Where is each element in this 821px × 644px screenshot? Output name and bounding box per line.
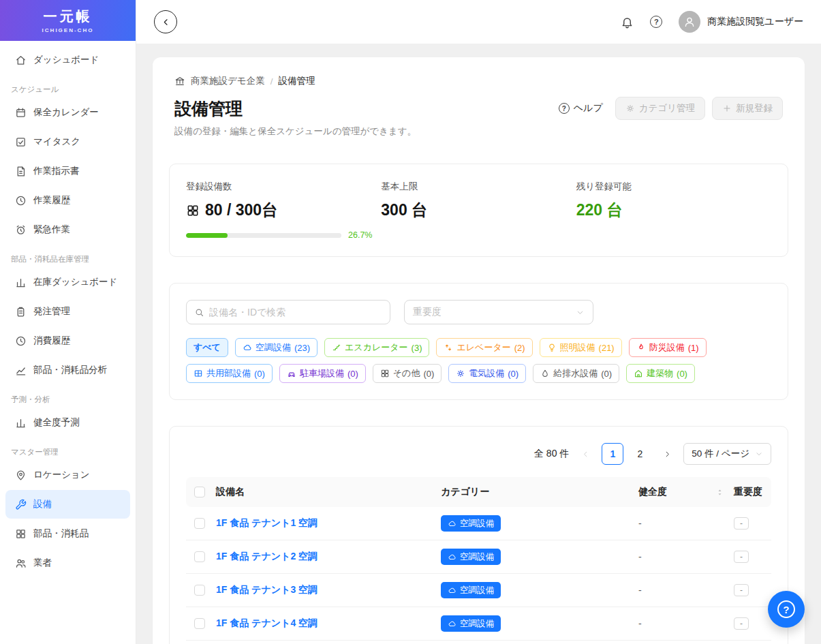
sidebar-group-inventory: 部品・消耗品在庫管理 [0, 245, 136, 267]
category-manage-button[interactable]: カテゴリ管理 [615, 97, 705, 120]
help-label: ヘルプ [574, 102, 603, 114]
page-button-1[interactable]: 1 [602, 443, 623, 465]
stat-limit-label: 基本上限 [381, 181, 576, 193]
page-size-select[interactable]: 50 件 / ページ [683, 443, 771, 465]
row-checkbox[interactable] [194, 518, 205, 529]
sidebar-item-label: 設備 [33, 498, 52, 510]
user-menu[interactable]: 商業施設閲覧ユーザー [679, 11, 803, 33]
row-checkbox[interactable] [194, 585, 205, 596]
category-label: 空調設備 [460, 585, 494, 596]
filter-chip-plumbing[interactable]: 給排水設備 (0) [533, 364, 619, 383]
help-fab[interactable] [768, 591, 805, 628]
sidebar-item-vendors[interactable]: 業者 [5, 549, 130, 577]
sidebar-item-label: 作業指示書 [33, 165, 80, 177]
chevron-left-icon [161, 17, 171, 27]
sidebar: 一元帳 ICHIGEN-CHO ダッシュボード スケジュール 保全カレンダー マ… [0, 0, 136, 644]
calendar-icon [15, 107, 27, 119]
chevron-down-icon [576, 308, 585, 317]
sidebar-item-consumption-history[interactable]: 消費履歴 [5, 326, 130, 355]
chip-count: (1) [688, 343, 699, 353]
vendors-icon [15, 557, 27, 569]
equipment-link[interactable]: 1F 食品 テナント3 空調 [216, 584, 441, 596]
filter-chip-electric[interactable]: 電気設備 (0) [448, 364, 526, 383]
filter-chip-building[interactable]: 建築物 (0) [626, 364, 695, 383]
topbar-right: 商業施設閲覧ユーザー [621, 11, 803, 33]
sidebar-item-parts-analysis[interactable]: 部品・消耗品分析 [5, 356, 130, 384]
sidebar-item-equipment[interactable]: 設備 [5, 490, 130, 519]
sidebar-group-prediction: 予測・分析 [0, 385, 136, 408]
sidebar-item-label: 部品・消耗品 [33, 527, 89, 540]
filter-chip-fire-prevention[interactable]: 防災設備 (1) [629, 338, 707, 357]
history-icon [15, 195, 27, 206]
sidebar-item-parts[interactable]: 部品・消耗品 [5, 519, 130, 548]
sidebar-item-label: 保全カレンダー [33, 106, 99, 119]
app-logo[interactable]: 一元帳 ICHIGEN-CHO [0, 0, 136, 41]
chevron-right-icon [663, 450, 672, 459]
chip-count: (0) [601, 369, 612, 379]
user-icon [683, 16, 696, 28]
equipment-link[interactable]: 1F 食品 テナント2 空調 [216, 551, 441, 563]
column-equipment-name: 設備名 [216, 486, 441, 498]
analytics-icon [15, 365, 27, 376]
sidebar-item-inventory-dashboard[interactable]: 在庫ダッシュボード [5, 268, 130, 296]
category-badge: 空調設備 [441, 549, 501, 565]
sidebar-item-label: 作業履歴 [33, 194, 70, 206]
chart-icon [15, 417, 27, 429]
category-badge: 空調設備 [441, 582, 501, 598]
new-register-button[interactable]: 新規登録 [712, 97, 783, 120]
table-row: 1F 食品 テナント3 空調 空調設備 - - [186, 574, 771, 607]
chip-count: (3) [412, 343, 422, 353]
sidebar-item-work-orders[interactable]: 作業指示書 [5, 157, 130, 185]
chip-label: エレベーター [456, 341, 510, 354]
breadcrumb: 商業施設デモ企業 / 設備管理 [169, 75, 788, 87]
page-title: 設備管理 [174, 97, 243, 120]
back-button[interactable] [154, 10, 177, 33]
order-icon [15, 306, 27, 318]
sidebar-item-dashboard[interactable]: ダッシュボード [5, 46, 130, 74]
filter-chip-escalator[interactable]: エスカレーター (3) [324, 338, 429, 357]
filter-chip-lighting[interactable]: 照明設備 (21) [540, 338, 622, 357]
importance-select[interactable]: 重要度 [404, 300, 593, 324]
help-link[interactable]: ヘルプ [559, 102, 603, 114]
equipment-link[interactable]: 1F 食品 テナント1 空調 [216, 517, 441, 530]
page-button-2[interactable]: 2 [629, 443, 651, 465]
bell-icon[interactable] [621, 16, 634, 29]
search-input[interactable] [209, 307, 382, 318]
sidebar-item-label: マイタスク [33, 136, 80, 148]
sidebar-item-my-tasks[interactable]: マイタスク [5, 127, 130, 156]
filter-chip-hvac[interactable]: 空調設備 (23) [235, 338, 317, 357]
parts-icon [15, 528, 27, 540]
breadcrumb-company[interactable]: 商業施設デモ企業 [191, 75, 265, 87]
breadcrumb-current: 設備管理 [278, 75, 315, 87]
filter-chip-all[interactable]: すべて [186, 338, 228, 357]
sidebar-item-label: 健全度予測 [33, 416, 80, 429]
sort-icon[interactable] [715, 487, 724, 498]
filter-chip-elevator[interactable]: エレベーター (2) [436, 338, 532, 357]
total-count: 全 80 件 [534, 448, 569, 460]
sidebar-item-maintenance-calendar[interactable]: 保全カレンダー [5, 98, 130, 127]
row-checkbox[interactable] [194, 618, 205, 629]
equipment-table-card: 全 80 件 1 2 50 件 / ページ [169, 426, 788, 644]
capacity-stats-card: 登録設備数 80 / 300台 26.7% 基本 [169, 164, 788, 257]
sidebar-item-work-history[interactable]: 作業履歴 [5, 186, 130, 215]
prev-page-button[interactable] [574, 443, 596, 465]
chip-label: 共用部設備 [206, 367, 251, 380]
filter-chip-other[interactable]: その他 (0) [373, 364, 442, 383]
help-icon[interactable] [650, 16, 662, 28]
equipment-table: 設備名 カテゴリー 健全度 重要度 1F 食品 テナント1 空調 [186, 477, 771, 641]
filter-chip-common-area[interactable]: 共用部設備 (0) [186, 364, 273, 383]
bank-icon [174, 76, 185, 87]
health-value: - [638, 618, 734, 629]
category-label: 空調設備 [460, 618, 494, 630]
sidebar-item-health-prediction[interactable]: 健全度予測 [5, 408, 130, 437]
sidebar-item-emergency-work[interactable]: 緊急作業 [5, 215, 130, 244]
next-page-button[interactable] [656, 443, 678, 465]
chip-label: 建築物 [647, 367, 673, 380]
sidebar-item-order-management[interactable]: 発注管理 [5, 297, 130, 326]
equipment-link[interactable]: 1F 食品 テナント4 空調 [216, 617, 441, 630]
row-checkbox[interactable] [194, 551, 205, 562]
select-all-checkbox[interactable] [194, 487, 205, 497]
chevron-down-icon [755, 450, 763, 458]
sidebar-item-location[interactable]: ロケーション [5, 461, 130, 489]
filter-chip-parking[interactable]: 駐車場設備 (0) [279, 364, 366, 383]
